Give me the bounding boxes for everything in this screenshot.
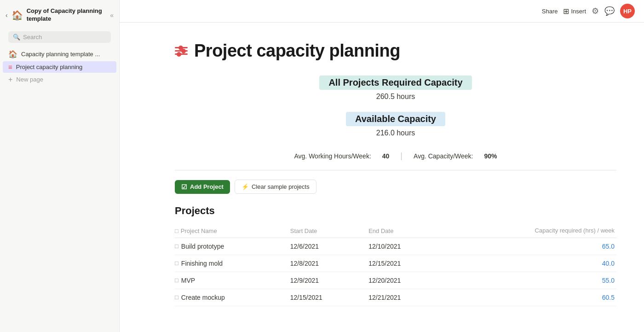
sidebar-item-project-capacity-planning[interactable]: ≡ Project capacity planning: [3, 61, 116, 73]
new-page-label: New page: [16, 76, 43, 83]
capacity-value: 60.5: [447, 289, 616, 306]
end-date: 12/21/2021: [368, 289, 447, 306]
project-name-cell: □ Finishing mold: [175, 255, 290, 272]
table-header-row: □ Project Name Start Date End Date Capac…: [175, 224, 616, 238]
table-row: □ Build prototype 12/6/2021 12/10/2021 6…: [175, 238, 616, 255]
search-container: 🔍 Search: [4, 29, 115, 46]
new-page-item[interactable]: + New page: [3, 74, 116, 86]
lightning-icon: ⚡: [242, 183, 249, 190]
project-name: Create mockup: [181, 294, 225, 301]
workspace-icon: 🏠: [12, 10, 23, 21]
search-box[interactable]: 🔍 Search: [8, 31, 111, 43]
insert-label: Insert: [571, 8, 586, 15]
sidebar: ‹ 🏠 Copy of Capacity planning template «…: [0, 0, 120, 332]
avg-row: Avg. Working Hours/Week: 40 | Avg. Capac…: [175, 151, 616, 170]
col-project-name: □ Project Name: [175, 224, 290, 238]
row-doc-icon: □: [175, 260, 178, 267]
project-name-cell: □ Build prototype: [175, 238, 290, 255]
end-date: 12/10/2021: [368, 238, 447, 255]
project-name: Build prototype: [181, 243, 224, 250]
main-panel: Share ⊞ Insert ⚙ 💬 HP Project capacity p…: [120, 0, 644, 332]
sidebar-header: ‹ 🏠 Copy of Capacity planning template «: [0, 4, 119, 27]
doc-icon: □: [175, 227, 178, 234]
content-area: Project capacity planning All Projects R…: [120, 23, 644, 332]
insert-icon: ⊞: [563, 7, 569, 16]
collapse-icon[interactable]: «: [110, 12, 114, 19]
row-doc-icon: □: [175, 243, 178, 250]
comment-icon[interactable]: 💬: [604, 6, 615, 16]
table-row: □ MVP 12/9/2021 12/20/2021 55.0: [175, 272, 616, 289]
all-projects-capacity-value: 260.5 hours: [175, 93, 616, 101]
available-capacity-block: Available Capacity 216.0 hours: [175, 112, 616, 137]
share-button[interactable]: Share: [542, 8, 558, 15]
col-start-date: Start Date: [290, 224, 368, 238]
sidebar-item-icon-active: ≡: [8, 63, 12, 71]
avg-working-hours-value: 40: [382, 152, 390, 160]
project-name: MVP: [181, 277, 195, 284]
table-row: □ Finishing mold 12/8/2021 12/15/2021 40…: [175, 255, 616, 272]
search-icon: 🔍: [13, 34, 20, 41]
available-capacity-label: Available Capacity: [175, 112, 616, 129]
add-project-button[interactable]: ☑ Add Project: [175, 180, 230, 194]
sidebar-item-capacity-planning-template[interactable]: 🏠 Capacity planning template ...: [3, 48, 116, 60]
page-title-icon: [175, 47, 188, 55]
projects-table: □ Project Name Start Date End Date Capac…: [175, 224, 616, 306]
col-end-date: End Date: [368, 224, 447, 238]
project-name: Finishing mold: [181, 260, 223, 267]
all-projects-capacity-block: All Projects Required Capacity 260.5 hou…: [175, 76, 616, 101]
back-icon[interactable]: ‹: [6, 12, 8, 19]
clear-sample-button[interactable]: ⚡ Clear sample projects: [235, 180, 316, 194]
capacity-value: 40.0: [447, 255, 616, 272]
col-capacity: Capacity required (hrs) / week: [447, 224, 616, 238]
clear-sample-label: Clear sample projects: [252, 183, 310, 190]
sidebar-item-label-active: Project capacity planning: [16, 64, 83, 70]
start-date: 12/9/2021: [290, 272, 368, 289]
all-projects-capacity-label-text: All Projects Required Capacity: [319, 76, 472, 90]
page-title-area: Project capacity planning: [175, 41, 616, 61]
start-date: 12/6/2021: [290, 238, 368, 255]
avg-capacity-week-label: Avg. Capacity/Week:: [414, 152, 473, 160]
add-project-label: Add Project: [190, 183, 224, 190]
capacity-value: 65.0: [447, 238, 616, 255]
projects-heading: Projects: [175, 205, 616, 217]
available-capacity-label-text: Available Capacity: [346, 112, 445, 126]
table-row: □ Create mockup 12/15/2021 12/21/2021 60…: [175, 289, 616, 306]
workspace-title: Copy of Capacity planning template: [27, 7, 107, 23]
topbar: Share ⊞ Insert ⚙ 💬 HP: [120, 0, 644, 23]
projects-table-body: □ Build prototype 12/6/2021 12/10/2021 6…: [175, 238, 616, 306]
sidebar-item-icon: 🏠: [8, 50, 17, 58]
add-project-icon: ☑: [181, 183, 187, 191]
user-avatar[interactable]: HP: [620, 4, 635, 18]
all-projects-capacity-label: All Projects Required Capacity: [175, 76, 616, 93]
capacity-value: 55.0: [447, 272, 616, 289]
sidebar-item-label: Capacity planning template ...: [21, 51, 100, 58]
available-capacity-value: 216.0 hours: [175, 129, 616, 137]
end-date: 12/20/2021: [368, 272, 447, 289]
insert-button[interactable]: ⊞ Insert: [563, 7, 586, 16]
settings-icon[interactable]: ⚙: [592, 6, 599, 16]
page-title: Project capacity planning: [194, 41, 400, 61]
search-placeholder: Search: [23, 34, 106, 41]
project-name-cell: □ Create mockup: [175, 289, 290, 306]
avg-capacity-week-value: 90%: [484, 152, 497, 160]
avg-working-hours-label: Avg. Working Hours/Week:: [294, 152, 371, 160]
row-doc-icon: □: [175, 277, 178, 284]
action-buttons: ☑ Add Project ⚡ Clear sample projects: [175, 180, 616, 194]
end-date: 12/15/2021: [368, 255, 447, 272]
row-doc-icon: □: [175, 294, 178, 301]
new-page-plus-icon: +: [8, 76, 12, 84]
start-date: 12/8/2021: [290, 255, 368, 272]
project-name-cell: □ MVP: [175, 272, 290, 289]
start-date: 12/15/2021: [290, 289, 368, 306]
divider: |: [400, 151, 402, 161]
